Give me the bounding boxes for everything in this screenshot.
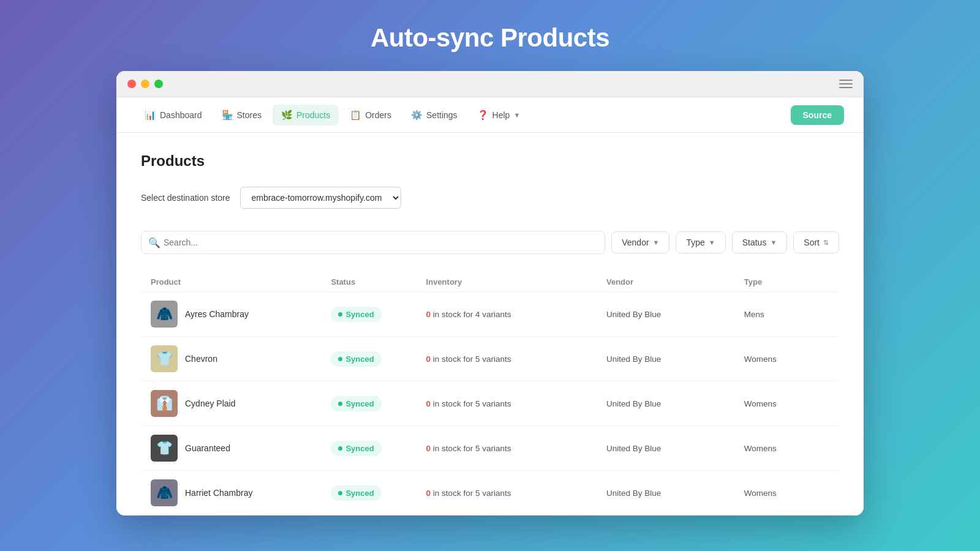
status-cell-1: Synced — [331, 307, 416, 322]
status-badge-2: Synced — [331, 351, 381, 367]
status-label-5: Synced — [345, 489, 374, 498]
status-dot-5 — [338, 491, 342, 495]
app-window: 📊 Dashboard 🏪 Stores 🌿 Products 📋 Orders… — [116, 71, 864, 515]
product-name-5: Harriet Chambray — [185, 488, 252, 498]
status-chevron-icon: ▼ — [770, 239, 777, 246]
type-cell-1: Mens — [744, 310, 829, 319]
type-filter-button[interactable]: Type ▼ — [676, 231, 725, 253]
status-filter-label: Status — [742, 238, 767, 247]
nav-label-help: Help — [492, 110, 510, 120]
nav-item-dashboard[interactable]: 📊 Dashboard — [136, 105, 211, 126]
status-badge-3: Synced — [331, 396, 381, 411]
main-content: Products Select destination store embrac… — [116, 133, 864, 515]
nav-item-stores[interactable]: 🏪 Stores — [213, 105, 270, 126]
product-cell-2: 👕 Chevron — [151, 345, 321, 372]
inventory-count-2: 0 — [426, 354, 431, 364]
status-cell-2: Synced — [331, 351, 416, 367]
nav-item-products[interactable]: 🌿 Products — [273, 105, 339, 126]
type-chevron-icon: ▼ — [709, 239, 715, 246]
inventory-count-3: 0 — [426, 399, 431, 408]
product-cell-1: 🧥 Ayres Chambray — [151, 301, 321, 328]
table-row[interactable]: 👕 Guaranteed Synced 0 in stock for 5 var… — [141, 426, 839, 471]
nav-item-settings[interactable]: ⚙️ Settings — [402, 105, 466, 126]
stores-icon: 🏪 — [222, 110, 233, 121]
inventory-text-5: in stock for 5 variants — [431, 489, 511, 498]
inventory-cell-4: 0 in stock for 5 variants — [426, 444, 597, 453]
status-badge-5: Synced — [331, 485, 381, 501]
inventory-cell-1: 0 in stock for 4 variants — [426, 310, 597, 319]
type-cell-5: Womens — [744, 489, 829, 498]
status-cell-4: Synced — [331, 441, 416, 456]
search-input[interactable] — [141, 231, 605, 254]
filter-bar: 🔍 Vendor ▼ Type ▼ Status ▼ Sort ⇅ — [141, 223, 839, 261]
product-name-3: Cydney Plaid — [185, 399, 236, 408]
status-label-4: Synced — [345, 444, 374, 453]
header-type: Type — [744, 277, 829, 287]
minimize-button[interactable] — [141, 80, 149, 88]
inventory-text-3: in stock for 5 variants — [431, 399, 511, 408]
store-select-label: Select destination store — [141, 193, 230, 203]
close-button[interactable] — [127, 80, 136, 88]
orders-icon: 📋 — [350, 110, 361, 121]
status-dot-1 — [338, 312, 342, 317]
inventory-cell-2: 0 in stock for 5 variants — [426, 354, 597, 364]
vendor-cell-1: United By Blue — [606, 310, 734, 319]
products-table: Product Status Inventory Vendor Type 🧥 A… — [141, 272, 839, 515]
nav-label-stores: Stores — [237, 110, 262, 120]
status-filter-button[interactable]: Status ▼ — [732, 231, 788, 253]
store-select-dropdown[interactable]: embrace-tomorrow.myshopify.com — [240, 187, 401, 209]
status-label-1: Synced — [345, 310, 374, 319]
status-cell-3: Synced — [331, 396, 416, 411]
header-inventory: Inventory — [426, 277, 597, 287]
status-badge-4: Synced — [331, 441, 381, 456]
products-icon: 🌿 — [281, 110, 293, 121]
header-vendor: Vendor — [606, 277, 734, 287]
product-name-2: Chevron — [185, 354, 217, 364]
inventory-cell-5: 0 in stock for 5 variants — [426, 489, 597, 498]
product-thumb-5: 🧥 — [151, 479, 178, 506]
inventory-count-5: 0 — [426, 489, 431, 498]
nav-item-help[interactable]: ❓ Help ▼ — [469, 105, 529, 126]
vendor-cell-2: United By Blue — [606, 354, 734, 364]
type-filter-label: Type — [686, 238, 704, 247]
type-cell-3: Womens — [744, 399, 829, 408]
nav-label-orders: Orders — [365, 110, 391, 120]
sort-label: Sort — [804, 238, 820, 247]
inventory-count-1: 0 — [426, 310, 431, 319]
product-thumb-2: 👕 — [151, 345, 178, 372]
navbar: 📊 Dashboard 🏪 Stores 🌿 Products 📋 Orders… — [116, 97, 864, 133]
nav-item-orders[interactable]: 📋 Orders — [341, 105, 400, 126]
maximize-button[interactable] — [154, 80, 163, 88]
sort-chevron-icon: ⇅ — [823, 239, 829, 247]
titlebar — [116, 71, 864, 97]
settings-icon: ⚙️ — [411, 110, 423, 121]
inventory-cell-3: 0 in stock for 5 variants — [426, 399, 597, 408]
window-controls — [127, 80, 163, 88]
status-dot-3 — [338, 402, 342, 406]
nav-label-products: Products — [296, 110, 330, 120]
source-button[interactable]: Source — [791, 105, 844, 125]
table-row[interactable]: 🧥 Ayres Chambray Synced 0 in stock for 4… — [141, 292, 839, 337]
table-row[interactable]: 👕 Chevron Synced 0 in stock for 5 varian… — [141, 337, 839, 381]
nav-label-settings: Settings — [426, 110, 458, 120]
status-label-2: Synced — [345, 354, 374, 364]
inventory-text-4: in stock for 5 variants — [431, 444, 511, 453]
vendor-cell-5: United By Blue — [606, 489, 734, 498]
help-chevron-icon: ▼ — [513, 111, 520, 119]
page-title: Auto-sync Products — [371, 0, 609, 71]
table-row[interactable]: 👔 Cydney Plaid Synced 0 in stock for 5 v… — [141, 381, 839, 426]
table-row[interactable]: 🧥 Harriet Chambray Synced 0 in stock for… — [141, 471, 839, 515]
inventory-count-4: 0 — [426, 444, 431, 453]
status-badge-1: Synced — [331, 307, 381, 322]
sort-button[interactable]: Sort ⇅ — [793, 231, 839, 253]
header-status: Status — [331, 277, 416, 287]
menu-icon[interactable] — [839, 80, 853, 88]
product-thumb-4: 👕 — [151, 435, 178, 462]
vendor-filter-button[interactable]: Vendor ▼ — [611, 231, 669, 253]
nav-items: 📊 Dashboard 🏪 Stores 🌿 Products 📋 Orders… — [136, 105, 791, 126]
product-name-1: Ayres Chambray — [185, 309, 249, 319]
store-select-row: Select destination store embrace-tomorro… — [141, 187, 839, 209]
product-thumb-1: 🧥 — [151, 301, 178, 328]
inventory-text-2: in stock for 5 variants — [431, 354, 511, 364]
inventory-text-1: in stock for 4 variants — [431, 310, 511, 319]
